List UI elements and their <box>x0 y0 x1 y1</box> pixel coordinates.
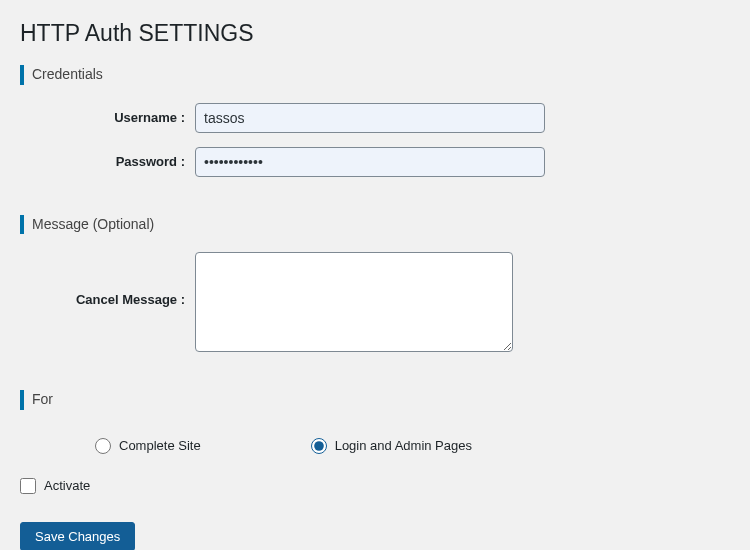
for-radio-group: Complete Site Login and Admin Pages <box>95 438 730 454</box>
page-title: HTTP Auth SETTINGS <box>20 20 730 47</box>
password-row: Password : <box>20 147 730 177</box>
cancel-message-textarea[interactable] <box>195 252 513 352</box>
username-row: Username : <box>20 103 730 133</box>
activate-row[interactable]: Activate <box>20 478 730 494</box>
cancel-message-label: Cancel Message : <box>20 252 195 307</box>
radio-complete-site[interactable]: Complete Site <box>95 438 201 454</box>
radio-complete-site-input[interactable] <box>95 438 111 454</box>
radio-complete-site-label: Complete Site <box>119 438 201 453</box>
password-input[interactable] <box>195 147 545 177</box>
activate-checkbox[interactable] <box>20 478 36 494</box>
save-button[interactable]: Save Changes <box>20 522 135 550</box>
section-credentials-heading: Credentials <box>20 65 730 85</box>
username-label: Username : <box>20 110 195 125</box>
section-for-heading: For <box>20 390 730 410</box>
password-label: Password : <box>20 154 195 169</box>
radio-login-admin[interactable]: Login and Admin Pages <box>311 438 472 454</box>
cancel-message-row: Cancel Message : <box>20 252 730 352</box>
section-message-heading: Message (Optional) <box>20 215 730 235</box>
username-input[interactable] <box>195 103 545 133</box>
radio-login-admin-input[interactable] <box>311 438 327 454</box>
radio-login-admin-label: Login and Admin Pages <box>335 438 472 453</box>
activate-label: Activate <box>44 478 90 493</box>
